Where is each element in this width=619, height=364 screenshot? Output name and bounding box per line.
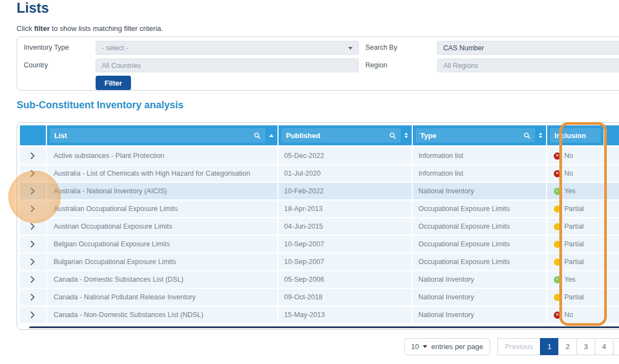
- expand-row-cell: [20, 236, 46, 252]
- table-header-type[interactable]: Type: [413, 125, 546, 145]
- table-header-list[interactable]: List: [47, 125, 277, 145]
- sort-ascending-icon[interactable]: [269, 134, 274, 137]
- chevron-right-icon[interactable]: [30, 294, 35, 300]
- table-header-expand-column: [20, 125, 46, 145]
- chevron-right-icon[interactable]: [30, 241, 35, 247]
- expand-row-cell: [20, 218, 46, 235]
- chevron-right-icon[interactable]: [30, 312, 35, 318]
- subtitle-suffix: to show lists matching filter criteria.: [50, 24, 163, 33]
- table-row[interactable]: Active substances - Plant Protection05-D…: [20, 147, 619, 164]
- published-date-cell: 10-Sep-2007: [279, 236, 412, 252]
- inclusion-column-label: Inclusion: [554, 131, 586, 140]
- expand-row-cell: [20, 254, 46, 270]
- horizontal-scrollbar[interactable]: [29, 326, 619, 328]
- previous-page-button[interactable]: Previous: [497, 338, 541, 355]
- status-no-icon: ✕: [554, 312, 561, 319]
- expand-row-cell: [20, 201, 46, 217]
- list-name-cell: Active substances - Plant Protection: [47, 147, 277, 164]
- list-header-search-area[interactable]: List: [50, 128, 265, 143]
- region-label: Region: [365, 61, 387, 69]
- type-cell: National Inventory: [413, 183, 546, 199]
- list-name-cell: Belgian Occupational Exposure Limits: [47, 236, 277, 252]
- list-column-label: List: [54, 131, 67, 140]
- type-header-search-area[interactable]: Type: [416, 128, 535, 143]
- list-name-cell: Australia - List of Chemicals with High …: [47, 165, 277, 182]
- table-row[interactable]: Austrian Occupational Exposure Limits04-…: [20, 218, 619, 235]
- inclusion-value: No: [564, 152, 573, 160]
- dropdown-arrow-icon: [348, 47, 353, 50]
- chevron-right-icon[interactable]: [30, 259, 35, 265]
- table-row[interactable]: Australia - List of Chemicals with High …: [20, 165, 619, 182]
- search-icon[interactable]: [389, 132, 396, 139]
- inclusion-value: Partial: [564, 240, 584, 248]
- chevron-right-icon[interactable]: [30, 152, 35, 159]
- expand-row-cell: [20, 147, 46, 164]
- next-page-button-clipped[interactable]: [613, 338, 619, 355]
- status-partial-icon: [554, 241, 561, 248]
- sort-icon[interactable]: [539, 133, 542, 138]
- page-button-4[interactable]: 4: [595, 338, 613, 355]
- published-date-cell: 15-May-2013: [279, 307, 412, 323]
- inclusion-value: Partial: [564, 205, 584, 213]
- published-date-cell: 05-Dec-2022: [279, 147, 412, 164]
- table-header-inclusion[interactable]: Inclusion: [547, 125, 604, 145]
- inclusion-cell: Partial: [547, 218, 604, 235]
- region-input[interactable]: All Regions: [437, 59, 619, 72]
- overflow-cell: [605, 271, 619, 288]
- list-name-cell: Bulgarian Occupational Exposure Limits: [47, 254, 277, 270]
- overflow-cell: [605, 236, 619, 252]
- filter-button[interactable]: Filter: [96, 76, 131, 90]
- sort-icon[interactable]: [405, 133, 408, 138]
- table-row[interactable]: Bulgarian Occupational Exposure Limits10…: [20, 254, 619, 270]
- overflow-cell: [605, 201, 619, 217]
- table-row[interactable]: Australia - National Inventory (AICIS)10…: [20, 183, 619, 199]
- entries-per-page-select[interactable]: 10 entries per page: [404, 338, 490, 355]
- page-subtitle: Click filter to show lists matching filt…: [17, 24, 163, 33]
- type-column-label: Type: [420, 131, 436, 140]
- type-cell: Information list: [413, 147, 546, 164]
- status-partial-icon: [554, 223, 561, 230]
- type-cell: Occupational Exposure Limits: [413, 218, 546, 235]
- inclusion-value: No: [564, 170, 573, 177]
- subtitle-bold: filter: [34, 24, 50, 33]
- chevron-right-icon[interactable]: [30, 205, 35, 212]
- table-row[interactable]: Canada - Non-Domestic Substances List (N…: [20, 307, 619, 323]
- overflow-cell: [605, 147, 619, 164]
- inclusion-cell: ✕No: [547, 165, 604, 182]
- search-by-select[interactable]: CAS Number: [437, 41, 619, 55]
- table-row[interactable]: Canada - Domestic Substances List (DSL)0…: [20, 271, 619, 288]
- inventory-type-select[interactable]: - select -: [96, 41, 359, 55]
- inclusion-value: Partial: [564, 223, 584, 230]
- table-body: Active substances - Plant Protection05-D…: [20, 147, 619, 323]
- chevron-right-icon[interactable]: [30, 276, 35, 283]
- table-header-published[interactable]: Published: [279, 125, 412, 145]
- inclusion-value: Yes: [564, 187, 575, 195]
- page-button-1[interactable]: 1: [540, 338, 559, 355]
- chevron-down-icon: [423, 345, 427, 348]
- page-button-2[interactable]: 2: [558, 338, 577, 355]
- inclusion-cell: Partial: [547, 289, 604, 305]
- chevron-right-icon[interactable]: [30, 170, 35, 177]
- country-input[interactable]: All Countries: [96, 59, 359, 72]
- table-row[interactable]: Belgian Occupational Exposure Limits10-S…: [20, 236, 619, 252]
- inclusion-value: Yes: [564, 276, 575, 283]
- table-row[interactable]: Canada - National Pollutant Release Inve…: [20, 289, 619, 305]
- published-header-search-area[interactable]: Published: [281, 128, 401, 143]
- page-button-3[interactable]: 3: [576, 338, 595, 355]
- table-header-overflow: [605, 125, 619, 145]
- inclusion-cell: Partial: [547, 254, 604, 270]
- list-name-cell: Australia - National Inventory (AICIS): [47, 183, 277, 199]
- overflow-cell: [605, 254, 619, 270]
- chevron-right-icon[interactable]: [30, 223, 35, 230]
- status-partial-icon: [554, 294, 561, 301]
- search-icon[interactable]: [523, 132, 531, 139]
- table-row[interactable]: Australian Occupational Exposure Limits1…: [20, 201, 619, 217]
- status-no-icon: ✕: [554, 152, 561, 160]
- status-yes-icon: ✓: [554, 188, 561, 195]
- inclusion-cell: Partial: [547, 236, 604, 252]
- overflow-cell: [605, 165, 619, 182]
- overflow-cell: [605, 307, 619, 323]
- search-icon[interactable]: [254, 132, 261, 139]
- chevron-right-icon[interactable]: [30, 188, 35, 194]
- overflow-cell: [605, 218, 619, 235]
